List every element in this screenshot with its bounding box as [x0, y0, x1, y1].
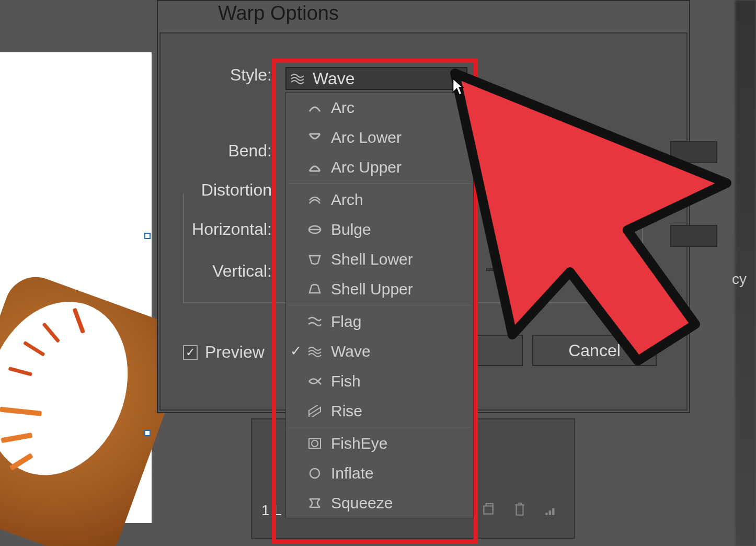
style-option-label: Arch — [331, 191, 363, 209]
style-option-label: Arc — [331, 99, 354, 117]
style-option-arc-upper[interactable]: Arc Upper — [286, 152, 473, 182]
style-option-squeeze[interactable]: Squeeze — [286, 488, 473, 518]
style-label: Style: — [178, 65, 272, 85]
style-option-inflate[interactable]: Inflate — [286, 458, 473, 488]
style-dropdown-list: ArcArc LowerArc UpperArchBulgeShell Lowe… — [285, 92, 474, 518]
inflate-icon — [307, 467, 323, 480]
style-option-shell-upper[interactable]: Shell Upper — [286, 274, 473, 304]
dropdown-separator — [288, 305, 471, 305]
cancel-button[interactable]: Cancel — [532, 335, 657, 366]
bulge-icon — [307, 223, 323, 236]
style-dropdown-value: Wave — [313, 69, 355, 88]
wave-icon — [307, 345, 323, 358]
style-option-fish[interactable]: Fish — [286, 366, 473, 396]
svg-point-7 — [312, 440, 318, 447]
style-option-label: Squeeze — [331, 494, 393, 512]
style-option-label: Flag — [331, 313, 361, 331]
style-option-label: Shell Lower — [331, 251, 413, 268]
style-option-fisheye[interactable]: FishEye — [286, 428, 473, 458]
svg-rect-1 — [545, 513, 547, 515]
style-dropdown-highlight: Wave ArcArc LowerArc UpperArchBulgeShell… — [272, 59, 478, 544]
shelllower-icon — [307, 253, 323, 266]
bend-input[interactable] — [670, 141, 717, 163]
shellupper-icon — [307, 282, 323, 296]
arch-icon — [307, 193, 323, 207]
dropdown-separator — [288, 183, 471, 184]
arcupper-icon — [307, 161, 323, 174]
cancel-button-label: Cancel — [568, 341, 621, 360]
selection-handle[interactable] — [144, 430, 151, 436]
svg-rect-3 — [552, 508, 554, 515]
flag-icon — [307, 315, 323, 328]
vertical-slider-thumb[interactable] — [497, 261, 508, 275]
squeeze-icon — [307, 496, 323, 510]
style-option-label: Rise — [331, 402, 362, 420]
horizontal-input[interactable] — [670, 225, 717, 247]
canvas-artboard[interactable] — [0, 52, 152, 523]
svg-rect-0 — [484, 506, 492, 514]
style-option-rise[interactable]: Rise — [286, 396, 473, 426]
svg-rect-2 — [549, 510, 551, 515]
style-option-shell-lower[interactable]: Shell Lower — [286, 244, 473, 274]
artwork-clock-face — [0, 282, 151, 495]
svg-point-8 — [310, 469, 319, 478]
style-option-arc-lower[interactable]: Arc Lower — [286, 122, 473, 152]
arc-icon — [307, 101, 323, 115]
fisheye-icon — [307, 437, 323, 450]
dropdown-separator — [288, 427, 471, 427]
style-option-wave[interactable]: ✓Wave — [286, 336, 473, 366]
style-option-label: Bulge — [331, 221, 371, 238]
style-option-label: Inflate — [331, 464, 374, 482]
style-dropdown[interactable]: Wave — [285, 67, 467, 90]
style-option-bulge[interactable]: Bulge — [286, 214, 473, 244]
style-option-label: Arc Lower — [331, 129, 402, 146]
preview-checkbox-row[interactable]: ✓ Preview — [183, 343, 265, 362]
preview-checkbox[interactable]: ✓ — [183, 345, 198, 360]
wave-icon — [290, 72, 305, 85]
expand-icon[interactable] — [543, 501, 559, 518]
style-option-label: Wave — [331, 343, 371, 360]
checkmark-icon: ✓ — [290, 343, 302, 359]
rise-icon — [307, 404, 323, 418]
preview-label: Preview — [205, 343, 265, 362]
style-option-arc[interactable]: Arc — [286, 93, 473, 122]
style-option-flag[interactable]: Flag — [286, 306, 473, 336]
chevron-down-icon — [453, 76, 461, 81]
dialog-title: Warp Options — [218, 2, 339, 25]
trash-icon[interactable] — [511, 501, 528, 518]
fish-icon — [307, 374, 323, 388]
style-option-arch[interactable]: Arch — [286, 185, 473, 214]
style-option-label: FishEye — [331, 435, 387, 452]
style-option-label: Arc Upper — [331, 158, 402, 176]
arclower-icon — [307, 131, 323, 144]
new-layer-icon[interactable] — [480, 501, 497, 518]
side-text: cy — [732, 271, 747, 288]
bend-label: Bend: — [178, 141, 272, 161]
style-option-label: Fish — [331, 372, 361, 390]
style-option-label: Shell Upper — [331, 280, 413, 298]
